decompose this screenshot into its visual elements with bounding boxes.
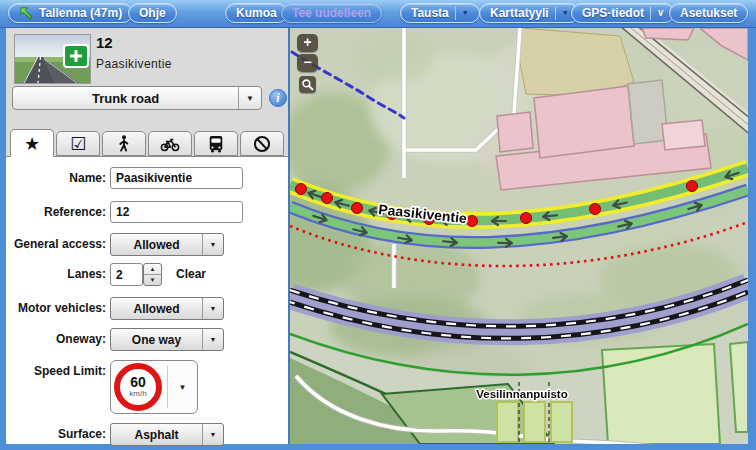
stepper-up-icon[interactable]: ▲: [144, 264, 161, 275]
road-type-thumbnail: [14, 34, 91, 84]
name-input[interactable]: [110, 167, 243, 189]
way-node: [467, 216, 478, 227]
chevron-down-icon[interactable]: ▼: [202, 234, 223, 255]
help-button-label: Ohje: [139, 4, 166, 22]
road-type-value: Trunk road: [13, 91, 238, 106]
save-button[interactable]: Tallenna (47m): [8, 3, 133, 23]
star-icon: ★: [24, 135, 40, 153]
zoom-search-button[interactable]: [299, 76, 316, 93]
tab-bicycle[interactable]: [148, 131, 192, 156]
motor-vehicles-dropdown[interactable]: Allowed ▼: [110, 297, 224, 320]
speed-limit-unit: km/h: [129, 389, 146, 398]
bus-icon: [206, 134, 226, 154]
zoom-in-button[interactable]: +: [297, 34, 318, 52]
tab-checks[interactable]: ☑: [56, 131, 100, 156]
way-node: [296, 184, 307, 195]
speed-limit-dropdown[interactable]: 60 km/h ▼: [110, 360, 198, 414]
tab-restrictions[interactable]: [240, 131, 284, 156]
speed-limit-sign: 60 km/h: [114, 363, 162, 411]
chevron-down-icon[interactable]: ▼: [202, 298, 223, 319]
general-access-dropdown[interactable]: Allowed ▼: [110, 233, 224, 256]
chevron-down-icon[interactable]: ▼: [202, 424, 223, 445]
checkbox-icon: ☑: [70, 135, 86, 153]
divider: [555, 7, 556, 20]
surface-value: Asphalt: [111, 428, 202, 442]
reference-field-label: Reference:: [6, 205, 106, 219]
pedestrian-icon: [114, 134, 134, 154]
background-menu-label: Tausta: [411, 4, 449, 22]
info-icon[interactable]: i: [269, 89, 287, 107]
stepper-down-icon[interactable]: ▼: [144, 275, 161, 285]
way-node: [521, 213, 532, 224]
redo-button-label: Tee uudelleen: [292, 4, 371, 22]
park-field: [602, 344, 720, 444]
inspector-panel: 12 Paasikiventie Trunk road ▼ i ★ ☑: [6, 28, 290, 444]
map-canvas[interactable]: Paasikiventie Vesilinnanpuisto + −: [290, 28, 748, 444]
lanes-input[interactable]: [110, 263, 143, 286]
tab-favorites[interactable]: ★: [10, 129, 54, 157]
tab-pedestrian[interactable]: [102, 131, 146, 156]
divider: [650, 7, 651, 20]
save-button-label: Tallenna (47m): [39, 4, 122, 22]
name-field-label: Name:: [6, 171, 106, 185]
bicycle-icon: [159, 134, 181, 154]
map-style-menu-button[interactable]: Karttatyyli ▼: [479, 3, 580, 23]
motor-vehicles-label: Motor vehicles:: [6, 301, 106, 315]
tab-bus[interactable]: [194, 131, 238, 156]
oneway-dropdown[interactable]: One way ▼: [110, 328, 224, 351]
way-node: [352, 203, 363, 214]
oneway-value: One way: [111, 333, 202, 347]
reference-input[interactable]: [110, 201, 243, 223]
settings-button-label: Asetukset: [680, 4, 737, 22]
speed-limit-label: Speed Limit:: [6, 364, 106, 378]
chevron-down-icon[interactable]: ∨: [657, 4, 664, 22]
speed-limit-value: 60: [130, 376, 146, 389]
oneway-label: Oneway:: [6, 332, 106, 346]
settings-button[interactable]: Asetukset: [669, 3, 748, 23]
save-arrow-icon: [19, 6, 34, 21]
chevron-down-icon[interactable]: ▼: [202, 329, 223, 350]
motor-vehicles-value: Allowed: [111, 302, 202, 316]
background-menu-button[interactable]: Tausta ▼: [400, 3, 480, 23]
map-style-menu-label: Karttatyyli: [490, 4, 549, 22]
toolbar: Tallenna (47m) Ohje Kumoa Tee uudelleen …: [0, 0, 756, 28]
no-entry-icon: [252, 134, 272, 154]
court: [551, 402, 572, 442]
zoom-out-button[interactable]: −: [297, 54, 318, 72]
chevron-down-icon[interactable]: ▼: [168, 383, 197, 392]
motorway-icon: [15, 35, 90, 83]
general-access-value: Allowed: [111, 238, 202, 252]
way-ref-title: 12: [96, 34, 113, 51]
redo-button[interactable]: Tee uudelleen: [281, 3, 382, 23]
inspector-tabs: ★ ☑: [10, 129, 284, 157]
magnifier-icon: [301, 78, 314, 91]
way-name-subtitle: Paasikiventie: [96, 57, 172, 71]
way-node: [590, 204, 601, 215]
way-node: [687, 181, 698, 192]
road-type-select[interactable]: Trunk road ▼: [12, 86, 262, 110]
chevron-down-icon[interactable]: ▼: [562, 4, 569, 22]
general-access-label: General access:: [6, 237, 106, 251]
chevron-down-icon[interactable]: ▼: [238, 87, 261, 109]
way-node: [322, 193, 333, 204]
lanes-label: Lanes:: [6, 267, 106, 281]
help-button[interactable]: Ohje: [128, 3, 177, 23]
undo-button-label: Kumoa: [236, 4, 277, 22]
court: [524, 402, 545, 442]
court: [497, 402, 518, 442]
park-name-label: Vesilinnanpuisto: [476, 388, 567, 400]
divider: [455, 7, 456, 20]
lanes-stepper[interactable]: ▲ ▼: [143, 263, 162, 286]
lanes-clear-button[interactable]: Clear: [176, 267, 206, 281]
surface-label: Surface:: [6, 427, 106, 441]
undo-button[interactable]: Kumoa: [225, 3, 288, 23]
landuse-lot: [518, 28, 634, 96]
gps-menu-button[interactable]: GPS-tiedot ∨: [571, 3, 675, 23]
gps-menu-label: GPS-tiedot: [582, 4, 644, 22]
chevron-down-icon[interactable]: ▼: [462, 4, 469, 22]
surface-dropdown[interactable]: Asphalt ▼: [110, 423, 224, 446]
